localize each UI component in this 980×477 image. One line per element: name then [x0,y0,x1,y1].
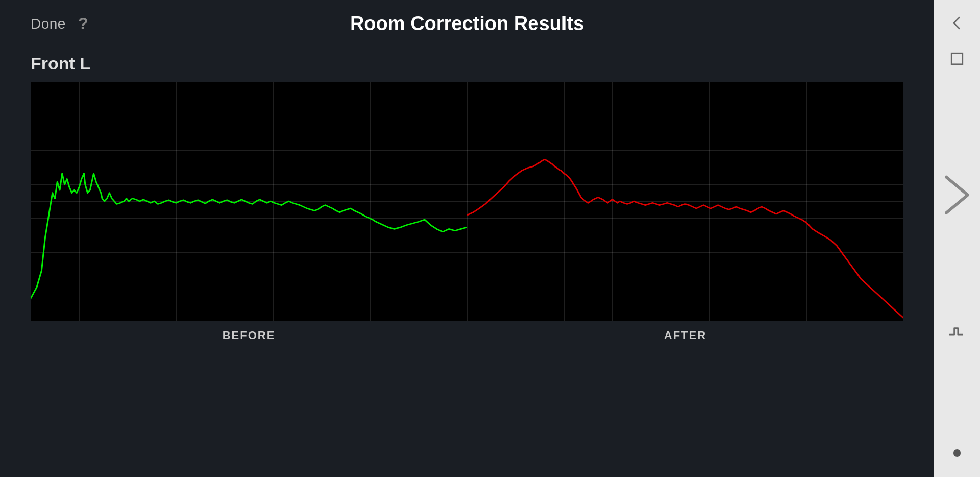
dot-indicator [953,449,961,457]
after-chart-container: AFTER [467,82,903,347]
main-content: Done ? Room Correction Results Front L B… [0,0,934,477]
page-title: Room Correction Results [350,13,584,35]
sidebar [934,0,980,477]
before-chart-container: BEFORE [31,82,467,347]
section-label: Front L [31,54,903,74]
pulse-icon[interactable] [944,318,970,344]
square-icon[interactable] [944,46,970,71]
svg-rect-2 [951,53,963,64]
done-button[interactable]: Done [31,16,66,32]
help-icon[interactable]: ? [78,14,88,33]
before-label: BEFORE [31,321,467,347]
after-chart [467,82,903,321]
next-button[interactable] [939,177,975,213]
after-label: AFTER [467,321,903,347]
back-icon[interactable] [944,10,970,36]
charts-row: BEFORE AFTER [31,82,903,347]
before-chart-svg [31,82,467,321]
before-chart [31,82,467,321]
header: Done ? Room Correction Results [31,0,903,43]
after-chart-svg [467,82,903,321]
